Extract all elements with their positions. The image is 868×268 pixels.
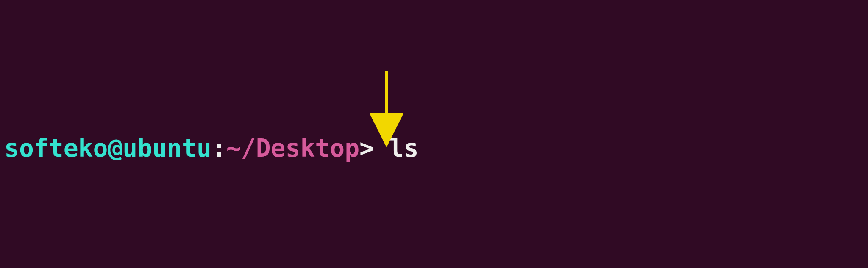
terminal-window[interactable]: softeko@ubuntu:~/Desktop> ls Lotus.jpg s… [0, 0, 868, 268]
prompt-gt: > [359, 134, 389, 163]
prompt-host: ubuntu [122, 134, 211, 163]
command-ls: ls [389, 134, 419, 163]
ls-output-file: Lotus.jpg [4, 266, 137, 268]
terminal-line-2: Lotus.jpg [4, 241, 864, 267]
prompt-colon: : [211, 134, 226, 163]
prompt-user: softeko [4, 134, 108, 163]
terminal-line-1: softeko@ubuntu:~/Desktop> ls [4, 109, 864, 135]
prompt-at: @ [108, 134, 122, 163]
prompt-path: ~/Desktop [226, 134, 359, 163]
